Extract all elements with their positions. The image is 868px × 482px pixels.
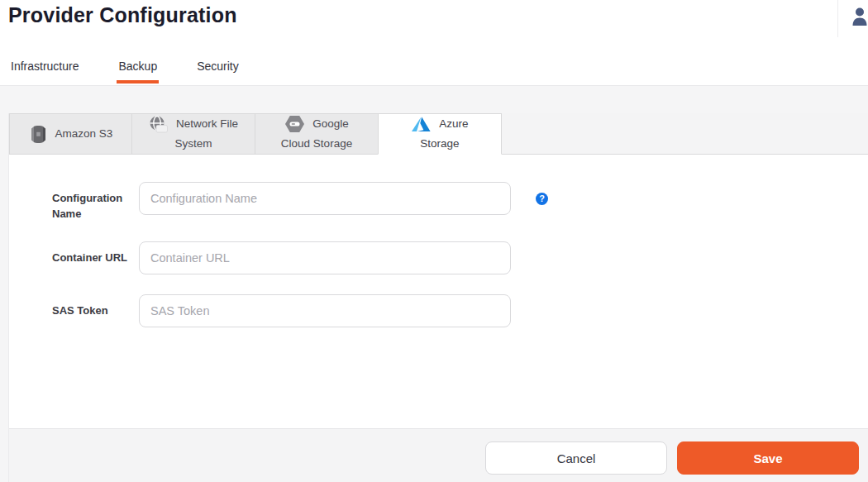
provider-tab-label: Google: [312, 114, 349, 134]
provider-tab-label: Azure: [439, 114, 468, 134]
save-button[interactable]: Save: [677, 441, 859, 475]
provider-tab-label: Network File: [176, 114, 238, 134]
provider-tab-label-line2: Storage: [420, 134, 459, 154]
amazon-s3-icon: [29, 124, 48, 145]
network-file-system-icon: [149, 115, 169, 133]
provider-tabs: Amazon S3 Network File System: [9, 113, 868, 155]
form-row-container-url: Container URL: [52, 241, 868, 274]
page-title: Provider Configuration: [8, 3, 237, 27]
container-url-label: Container URL: [52, 241, 139, 265]
form-footer: Cancel Save: [9, 428, 868, 482]
sas-token-input[interactable]: [139, 294, 511, 327]
configuration-name-input[interactable]: [139, 182, 511, 215]
header-divider: [837, 0, 838, 37]
google-cloud-storage-icon: [284, 115, 305, 133]
help-icon[interactable]: ?: [536, 193, 548, 205]
provider-config-panel: Amazon S3 Network File System: [8, 113, 868, 482]
provider-tab-label-line2: Cloud Storage: [281, 134, 352, 154]
provider-tab-label-line2: System: [174, 134, 212, 154]
form-row-sas-token: SAS Token: [52, 294, 868, 327]
provider-tab-label: Amazon S3: [55, 124, 113, 144]
sas-token-label: SAS Token: [52, 294, 139, 318]
provider-tab-google-cloud-storage[interactable]: Google Cloud Storage: [255, 113, 379, 155]
cancel-button[interactable]: Cancel: [485, 441, 667, 475]
provider-tab-amazon-s3[interactable]: Amazon S3: [9, 113, 132, 155]
form-row-configuration-name: Configuration Name ?: [52, 182, 868, 222]
main-nav-tabs: Infrastructure Backup Security: [9, 55, 277, 84]
azure-storage-form: Configuration Name ? Container URL SAS T…: [9, 155, 868, 428]
provider-tabs-filler: [502, 113, 868, 155]
tab-security[interactable]: Security: [195, 55, 241, 84]
azure-storage-icon: [411, 116, 432, 133]
user-icon[interactable]: [851, 7, 868, 26]
tab-infrastructure[interactable]: Infrastructure: [9, 55, 80, 84]
container-url-input[interactable]: [139, 241, 511, 274]
provider-tab-azure-storage[interactable]: Azure Storage: [378, 113, 502, 155]
tab-backup[interactable]: Backup: [117, 55, 159, 84]
configuration-name-label: Configuration Name: [52, 182, 139, 222]
provider-tab-network-file-system[interactable]: Network File System: [131, 113, 255, 155]
page-header: Provider Configuration Infrastructure Ba…: [0, 0, 868, 86]
